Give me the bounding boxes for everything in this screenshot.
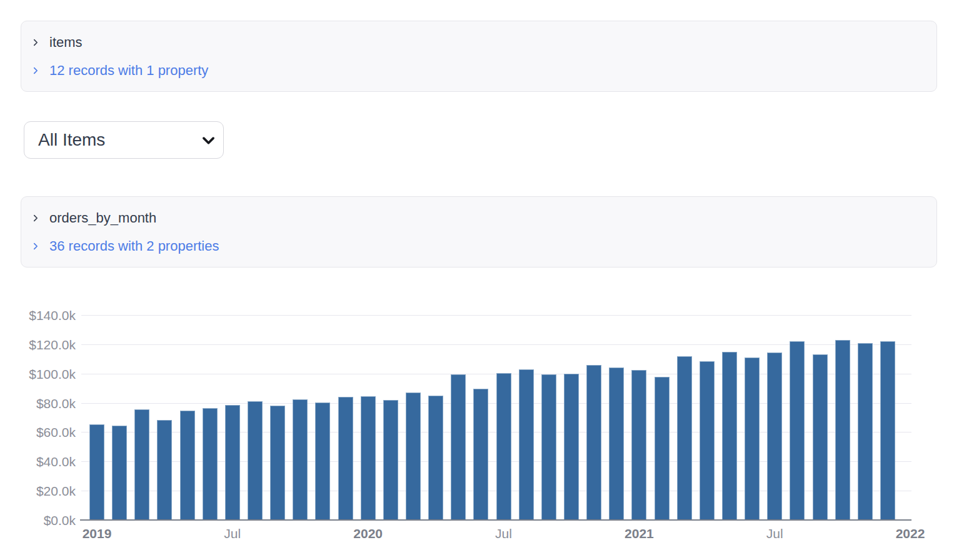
items-panel: items 12 records with 1 property bbox=[21, 21, 937, 92]
bar-2019-07[interactable] bbox=[225, 405, 240, 520]
chevron-right-icon bbox=[31, 66, 40, 75]
orders-records-label: 36 records with 2 properties bbox=[49, 238, 219, 254]
bar-2021-07[interactable] bbox=[767, 352, 782, 520]
x-axis-tick-label: 2022 bbox=[873, 526, 948, 541]
chevron-right-icon bbox=[31, 38, 40, 47]
gridline bbox=[81, 344, 911, 345]
bar-2021-01[interactable] bbox=[631, 370, 646, 520]
bar-2021-05[interactable] bbox=[722, 352, 737, 520]
bar-2020-09[interactable] bbox=[541, 374, 556, 520]
bar-2019-03[interactable] bbox=[134, 409, 149, 520]
bar-2020-12[interactable] bbox=[609, 368, 624, 520]
y-axis-tick-label: $100.0k bbox=[21, 368, 76, 381]
bar-2020-02[interactable] bbox=[383, 400, 398, 520]
y-axis-tick-label: $140.0k bbox=[21, 309, 76, 322]
x-axis-tick-label: Jul bbox=[466, 526, 541, 541]
x-axis-tick-label: 2021 bbox=[601, 526, 676, 541]
bar-2021-08[interactable] bbox=[790, 341, 805, 520]
bar-2020-11[interactable] bbox=[586, 365, 601, 520]
gridline bbox=[81, 315, 911, 316]
bar-2021-11[interactable] bbox=[858, 343, 873, 520]
chevron-down-icon bbox=[200, 132, 217, 149]
bar-2019-02[interactable] bbox=[112, 426, 127, 520]
orders-panel-title: orders_by_month bbox=[49, 210, 156, 226]
items-filter-selected-value: All Items bbox=[38, 130, 105, 150]
items-filter-select[interactable]: All Items bbox=[24, 121, 224, 159]
bar-2021-04[interactable] bbox=[700, 361, 715, 520]
bar-2020-01[interactable] bbox=[361, 396, 376, 520]
bar-2020-07[interactable] bbox=[496, 373, 511, 520]
bar-2021-09[interactable] bbox=[813, 354, 828, 520]
bar-2020-03[interactable] bbox=[406, 392, 421, 521]
bar-2021-03[interactable] bbox=[677, 356, 692, 520]
orders-records-link[interactable]: 36 records with 2 properties bbox=[21, 232, 936, 260]
bar-2020-08[interactable] bbox=[519, 369, 534, 520]
bar-2019-12[interactable] bbox=[338, 397, 353, 520]
orders-by-month-panel: orders_by_month 36 records with 2 proper… bbox=[21, 196, 937, 268]
bar-2020-06[interactable] bbox=[473, 389, 488, 520]
items-panel-title: items bbox=[49, 34, 83, 50]
bar-2019-10[interactable] bbox=[293, 399, 308, 520]
bar-2019-08[interactable] bbox=[248, 401, 263, 521]
items-panel-header[interactable]: items bbox=[21, 28, 936, 56]
bar-2021-02[interactable] bbox=[655, 377, 670, 520]
bar-2020-10[interactable] bbox=[564, 374, 579, 521]
x-axis-tick-label: Jul bbox=[195, 526, 270, 541]
chevron-right-icon bbox=[31, 242, 40, 251]
y-axis-tick-label: $60.0k bbox=[21, 426, 76, 439]
y-axis-tick-label: $20.0k bbox=[21, 484, 76, 498]
x-axis-tick-label: Jul bbox=[737, 526, 812, 541]
bar-2021-10[interactable] bbox=[835, 340, 850, 520]
bar-2019-09[interactable] bbox=[270, 406, 285, 520]
orders-bar-chart: $0.0k$20.0k$40.0k$60.0k$80.0k$100.0k$120… bbox=[21, 296, 937, 554]
items-records-link[interactable]: 12 records with 1 property bbox=[21, 56, 936, 84]
y-axis-tick-label: $40.0k bbox=[21, 455, 76, 468]
bar-2021-06[interactable] bbox=[745, 358, 760, 520]
bar-2019-06[interactable] bbox=[203, 408, 218, 521]
chevron-right-icon bbox=[31, 214, 40, 222]
y-axis-tick-label: $80.0k bbox=[21, 397, 76, 410]
bar-2019-05[interactable] bbox=[180, 411, 195, 520]
bar-2020-05[interactable] bbox=[451, 374, 466, 520]
x-axis-tick-label: 2019 bbox=[59, 526, 134, 541]
page: items 12 records with 1 property All Ite… bbox=[0, 0, 959, 554]
bar-2020-04[interactable] bbox=[428, 396, 443, 520]
x-axis-tick-label: 2020 bbox=[331, 526, 406, 541]
bar-2019-11[interactable] bbox=[315, 402, 330, 520]
y-axis-tick-label: $120.0k bbox=[21, 338, 76, 351]
bar-2019-04[interactable] bbox=[157, 420, 172, 521]
x-axis-line bbox=[80, 519, 911, 521]
y-axis-tick-label: $0.0k bbox=[21, 514, 76, 527]
orders-panel-header[interactable]: orders_by_month bbox=[21, 204, 936, 232]
items-records-label: 12 records with 1 property bbox=[49, 62, 208, 78]
bar-2021-12[interactable] bbox=[880, 341, 895, 520]
bar-2019-01[interactable] bbox=[89, 424, 104, 521]
